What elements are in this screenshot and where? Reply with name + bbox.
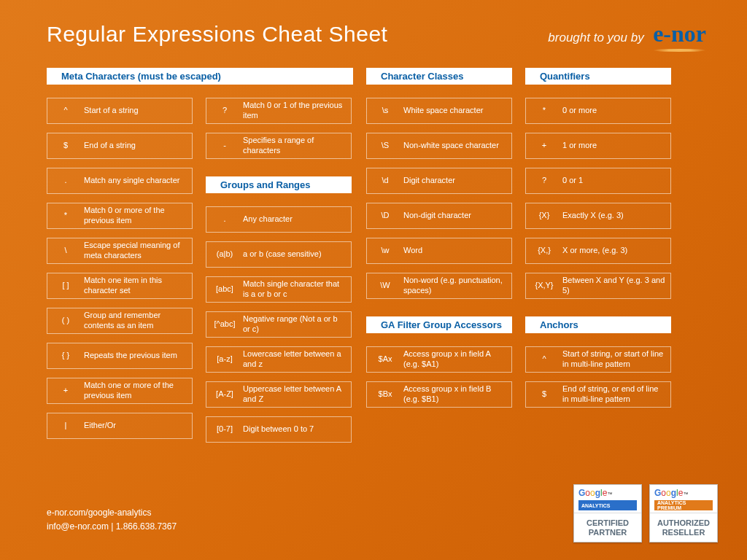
content-columns: Meta Characters (must be escaped) ^Start… [47, 68, 706, 451]
regex-symbol: \S [367, 141, 403, 151]
regex-item: \DNon-digit character [366, 203, 512, 229]
regex-item: [abc]Match single character that is a or… [206, 276, 352, 303]
regex-item: [ ]Match one item in this character set [47, 273, 193, 299]
regex-item: {X,}X or more, (e.g. 3) [525, 238, 671, 264]
regex-item: $End of a string [47, 133, 193, 159]
header: Regular Expressions Cheat Sheet brought … [47, 20, 706, 47]
regex-desc: Non-word (e.g. punctuation, spaces) [403, 276, 511, 296]
regex-desc: Match 0 or more of the previous item [84, 206, 192, 226]
regex-symbol: \w [367, 246, 403, 256]
regex-item: *0 or more [525, 98, 671, 124]
regex-symbol: \s [367, 106, 403, 116]
regex-item: +Match one or more of the previous item [47, 378, 193, 404]
regex-symbol: * [526, 106, 562, 116]
regex-symbol: ^ [526, 354, 562, 365]
regex-desc: 0 or 1 [562, 176, 670, 186]
regex-symbol: {X} [526, 211, 562, 221]
regex-desc: Word [403, 246, 511, 256]
regex-desc: Escape special meaning of meta character… [84, 241, 192, 261]
regex-symbol: * [47, 211, 84, 221]
brought-by: brought to you by [548, 31, 643, 44]
regex-symbol: { } [47, 351, 84, 361]
regex-symbol: \d [367, 176, 403, 186]
regex-desc: Repeats the previous item [84, 351, 192, 361]
regex-desc: White space character [403, 106, 511, 116]
regex-desc: Negative range (Not a or b or c) [243, 314, 351, 335]
regex-desc: Non-white space character [403, 141, 511, 151]
regex-item: \SNon-white space character [366, 133, 512, 159]
section-meta: Meta Characters (must be escaped) [47, 68, 353, 85]
regex-item: { }Repeats the previous item [47, 343, 193, 369]
regex-item: $AxAccess group x in field A (e.g. $A1) [366, 346, 512, 373]
regex-desc: 0 or more [562, 106, 670, 116]
regex-desc: Either/Or [84, 421, 192, 431]
regex-item: $End of string, or end of line in multi-… [525, 381, 671, 408]
regex-symbol: {X,} [526, 246, 562, 256]
regex-desc: Match single character that is a or b or… [243, 279, 351, 300]
regex-item: ?0 or 1 [525, 168, 671, 194]
footer-url: e-nor.com/google-analytics [47, 506, 177, 520]
regex-desc: Access group x in field B (e.g. $B1) [403, 384, 511, 405]
regex-item: [0-7]Digit between 0 to 7 [206, 416, 352, 443]
regex-symbol: $ [47, 141, 84, 151]
regex-symbol: | [47, 421, 84, 431]
regex-symbol: \W [367, 281, 403, 291]
badge-authorized-reseller: Google™ ANALYTICS PREMIUM AUTHORIZED RES… [649, 484, 718, 542]
meta-col-1: ^Start of a string$End of a string.Match… [47, 98, 193, 451]
regex-desc: Specifies a range of characters [243, 136, 351, 156]
regex-item: {X,Y}Between X and Y (e.g. 3 and 5) [525, 273, 671, 299]
regex-desc: Between X and Y (e.g. 3 and 5) [562, 276, 670, 296]
section-groups: Groups and Ranges [206, 176, 352, 193]
regex-desc: Exactly X (e.g. 3) [562, 211, 670, 221]
regex-desc: Lowercase letter between a and z [243, 349, 351, 370]
regex-symbol: ^ [47, 106, 84, 116]
regex-symbol: [ ] [47, 281, 84, 291]
regex-symbol: [0-7] [206, 424, 243, 435]
regex-desc: Non-digit character [403, 211, 511, 221]
regex-item: \dDigit character [366, 168, 512, 194]
regex-symbol: + [526, 141, 562, 151]
regex-item: *Match 0 or more of the previous item [47, 203, 193, 229]
section-anchors: Anchors [525, 316, 671, 333]
regex-desc: Start of a string [84, 106, 192, 116]
regex-symbol: (a|b) [206, 249, 243, 260]
regex-symbol: \D [367, 211, 403, 221]
regex-desc: a or b (case sensitive) [243, 249, 351, 260]
regex-symbol: . [47, 176, 84, 186]
regex-symbol: [A-Z] [206, 389, 243, 400]
section-accessors: GA Filter Group Accessors [366, 316, 512, 333]
section-quant: Quantifiers [525, 68, 671, 85]
page-title: Regular Expressions Cheat Sheet [47, 22, 387, 47]
regex-item: ( )Group and remember contents as an ite… [47, 308, 193, 334]
regex-desc: Start of string, or start of line in mul… [562, 349, 670, 370]
meta-col-2: ?Match 0 or 1 of the previous item-Speci… [206, 98, 352, 451]
regex-item: ?Match 0 or 1 of the previous item [206, 98, 352, 124]
regex-item: \sWhite space character [366, 98, 512, 124]
regex-symbol: ( ) [47, 316, 84, 326]
regex-desc: Match one or more of the previous item [84, 381, 192, 401]
regex-symbol: \ [47, 246, 84, 256]
certification-badges: Google™ ANALYTICS CERTIFIED PARTNER Goog… [573, 484, 718, 542]
regex-desc: End of a string [84, 141, 192, 151]
regex-desc: 1 or more [562, 141, 670, 151]
regex-symbol: [^abc] [206, 319, 243, 330]
regex-symbol: $Bx [367, 389, 403, 400]
regex-item: {X}Exactly X (e.g. 3) [525, 203, 671, 229]
regex-item: $BxAccess group x in field B (e.g. $B1) [366, 381, 512, 408]
regex-symbol: . [206, 214, 243, 225]
regex-item: [a-z]Lowercase letter between a and z [206, 346, 352, 373]
regex-item: .Match any single character [47, 168, 193, 194]
section-classes: Character Classes [366, 68, 512, 85]
regex-item: -Specifies a range of characters [206, 133, 352, 159]
regex-symbol: + [47, 386, 84, 396]
footer-info: info@e-nor.com | 1.866.638.7367 [47, 520, 177, 534]
footer-contact: e-nor.com/google-analytics info@e-nor.co… [47, 506, 177, 534]
regex-item: (a|b)a or b (case sensitive) [206, 241, 352, 268]
regex-symbol: $Ax [367, 354, 403, 365]
regex-desc: Access group x in field A (e.g. $A1) [403, 349, 511, 370]
brand-block: brought to you by e-nor [548, 20, 706, 47]
regex-item: |Either/Or [47, 413, 193, 439]
regex-symbol: ? [526, 176, 562, 186]
regex-item: +1 or more [525, 133, 671, 159]
regex-symbol: [a-z] [206, 354, 243, 365]
